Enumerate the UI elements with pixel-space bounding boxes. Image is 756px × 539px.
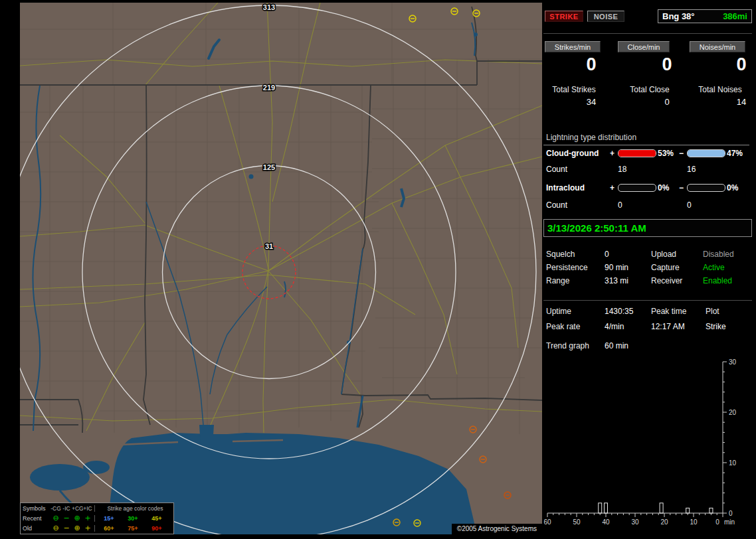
trend-bar (599, 503, 602, 513)
legend-age-header: Strike age color codes (97, 505, 173, 512)
neg-cg-icon: ⊖ (50, 514, 61, 522)
total-strikes-value: 34 (563, 97, 619, 107)
trend-header-row: Trend graph 60 min (543, 341, 752, 352)
legend-col-neg-cg: -CG (50, 505, 61, 512)
total-close-value: 0 (639, 97, 695, 107)
separator (543, 300, 752, 301)
count-label: Count (546, 200, 567, 210)
total-noises-label: Total Noises (690, 85, 751, 94)
distribution-title: Lightning type distribution (543, 133, 749, 145)
svg-text:30: 30 (729, 358, 737, 366)
positive-polarity-bar (618, 184, 656, 192)
trend-bar (660, 503, 663, 513)
bar-fill (688, 150, 725, 157)
plot-value: Strike (706, 322, 726, 331)
pos-cg-icon: ⊕ (72, 514, 82, 522)
total-noises-value: 14 (713, 97, 756, 107)
positive-count: 0 (618, 200, 622, 210)
rate-chip-close: Close/min (618, 41, 670, 52)
total-close-label: Total Close (619, 85, 680, 94)
noise-button[interactable]: NOISE (587, 11, 624, 22)
negative-polarity-bar (687, 149, 725, 157)
legend-symbols-header: Symbols (21, 505, 50, 512)
legend-col-pos-cg: +CG (72, 505, 82, 512)
ring-label-313: 313 (263, 3, 275, 11)
peak-time-label: Peak time (651, 307, 686, 316)
age-code: 15+ (97, 515, 121, 522)
map-canvas: 313 219 125 31 (20, 3, 542, 534)
negative-polarity-bar (687, 184, 725, 192)
legend-col-pos-ic: +IC (82, 505, 93, 512)
capture-label: Capture (651, 263, 680, 272)
squelch-label: Squelch (546, 250, 575, 259)
range-label: Range (546, 276, 569, 285)
svg-text:60: 60 (543, 518, 551, 526)
age-code: 45+ (145, 515, 169, 522)
lightning-map[interactable]: 313 219 125 31 Symbols -CG -IC +CG +IC S… (20, 3, 542, 534)
peak-time-value: 12:17 AM (651, 322, 685, 331)
range-value: 313 mi (605, 276, 628, 285)
negative-percent: 0% (727, 183, 738, 193)
intracloud-row: Intracloud + 0% − 0% (543, 183, 752, 194)
strike-button[interactable]: STRIKE (545, 11, 583, 22)
peak-rate-label: Peak rate (546, 322, 580, 331)
negative-count: 16 (687, 165, 696, 174)
trend-bar (686, 508, 690, 513)
map-legend: Symbols -CG -IC +CG +IC Strike age color… (20, 502, 174, 534)
bearing-distance: 386mi (723, 11, 747, 21)
close-per-min-value: 0 (639, 54, 695, 75)
datetime-display: 3/13/2026 2:50:11 AM (543, 219, 752, 237)
noises-per-min-value: 0 (713, 54, 756, 75)
ring-label-31: 31 (265, 242, 273, 250)
squelch-value: 0 (605, 250, 609, 259)
svg-text:30: 30 (631, 518, 639, 526)
peak-rate-value: 4/min (605, 322, 624, 331)
age-code: 30+ (121, 515, 145, 522)
legend-old-row: Old ⊖ − ⊕ + 60+ 75+ 90+ (21, 523, 173, 533)
positive-percent: 53% (658, 149, 674, 158)
total-strikes-label: Total Strikes (543, 85, 605, 94)
cloud-ground-count-row: Count 18 16 (543, 165, 752, 175)
svg-text:0: 0 (715, 518, 719, 526)
cloud-ground-label: Cloud-ground (546, 149, 599, 158)
positive-percent: 0% (658, 183, 669, 193)
neg-cg-icon: ⊖ (50, 524, 61, 532)
trend-window-value: 60 min (605, 341, 628, 350)
pos-cg-icon: ⊕ (72, 524, 82, 532)
upload-status: Disabled (703, 250, 734, 259)
minus-sign: − (679, 149, 684, 158)
neg-ic-icon: − (61, 524, 72, 532)
bearing-box: Bng 38° 386mi (658, 9, 752, 23)
svg-text:0: 0 (729, 510, 733, 517)
pos-ic-icon: + (82, 524, 93, 532)
trend-chart: 6050403020100min3020100 (543, 356, 752, 532)
intracloud-count-row: Count 0 0 (543, 200, 752, 211)
ring-label-219: 219 (263, 84, 275, 92)
pos-ic-icon: + (82, 514, 93, 522)
trend-graph-label: Trend graph (546, 341, 589, 350)
persistence-label: Persistence (546, 263, 588, 272)
age-code: 90+ (145, 525, 169, 532)
persistence-value: 90 min (605, 263, 628, 272)
separator (543, 33, 752, 34)
trend-bar (605, 503, 608, 513)
capture-status: Active (703, 263, 725, 272)
legend-recent-row: Recent ⊖ − ⊕ + 15+ 30+ 45+ (21, 513, 173, 523)
stats-row: Peak rate 4/min 12:17 AM Strike (543, 322, 752, 333)
rate-chip-noises: Noises/min (690, 41, 745, 52)
bearing-label: Bng 38° (662, 11, 695, 21)
negative-count: 0 (687, 200, 692, 210)
count-label: Count (546, 165, 567, 174)
copyright-text: ©2005 Astrogenic Systems (452, 524, 542, 534)
uptime-value: 1430:35 (605, 307, 633, 316)
neg-ic-icon: − (61, 514, 72, 522)
svg-text:20: 20 (660, 518, 668, 526)
plus-sign: + (610, 149, 614, 158)
legend-row-label: Old (21, 525, 50, 532)
svg-text:20: 20 (729, 409, 737, 416)
status-row: Squelch 0 Upload Disabled (543, 250, 752, 260)
uptime-label: Uptime (546, 307, 571, 316)
status-row: Persistence 90 min Capture Active (543, 263, 752, 273)
info-panel: STRIKE NOISE Bng 38° 386mi Strikes/min C… (543, 3, 753, 534)
positive-count: 18 (618, 165, 626, 174)
